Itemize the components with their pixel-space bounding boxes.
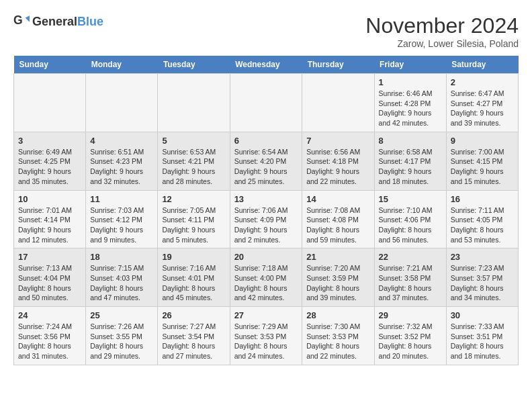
day-info: Sunrise: 7:15 AM Sunset: 4:03 PM Dayligh… xyxy=(90,263,153,303)
calendar-cell: 16Sunrise: 7:11 AM Sunset: 4:05 PM Dayli… xyxy=(446,190,518,248)
day-number: 10 xyxy=(18,194,81,204)
day-number: 9 xyxy=(451,136,514,146)
day-info: Sunrise: 6:56 AM Sunset: 4:18 PM Dayligh… xyxy=(306,147,369,187)
calendar-cell: 2Sunrise: 6:47 AM Sunset: 4:27 PM Daylig… xyxy=(446,74,518,132)
logo-general: General xyxy=(32,15,77,28)
calendar-cell: 15Sunrise: 7:10 AM Sunset: 4:06 PM Dayli… xyxy=(374,190,446,248)
day-number: 12 xyxy=(162,194,225,204)
day-number: 15 xyxy=(379,194,442,204)
header-cell-sunday: Sunday xyxy=(14,56,86,74)
svg-text:G: G xyxy=(13,13,23,27)
calendar-cell: 29Sunrise: 7:32 AM Sunset: 3:52 PM Dayli… xyxy=(374,307,446,365)
calendar-cell: 21Sunrise: 7:20 AM Sunset: 3:59 PM Dayli… xyxy=(302,248,374,307)
day-number: 13 xyxy=(234,194,298,204)
calendar-cell: 28Sunrise: 7:30 AM Sunset: 3:53 PM Dayli… xyxy=(302,307,374,365)
header-cell-thursday: Thursday xyxy=(302,56,374,74)
day-number: 24 xyxy=(18,310,81,320)
day-number: 1 xyxy=(379,77,442,87)
day-info: Sunrise: 7:29 AM Sunset: 3:53 PM Dayligh… xyxy=(234,322,298,361)
day-info: Sunrise: 6:53 AM Sunset: 4:21 PM Dayligh… xyxy=(162,147,225,187)
day-number: 26 xyxy=(162,310,225,320)
logo: G GeneralBlue xyxy=(13,13,103,30)
day-info: Sunrise: 6:54 AM Sunset: 4:20 PM Dayligh… xyxy=(234,147,298,187)
day-info: Sunrise: 6:46 AM Sunset: 4:28 PM Dayligh… xyxy=(379,89,442,128)
calendar-cell: 30Sunrise: 7:33 AM Sunset: 3:51 PM Dayli… xyxy=(446,307,518,365)
day-number: 3 xyxy=(18,136,81,146)
header-cell-friday: Friday xyxy=(374,56,446,74)
calendar-header: SundayMondayTuesdayWednesdayThursdayFrid… xyxy=(14,56,519,74)
calendar-cell xyxy=(230,74,302,132)
day-number: 23 xyxy=(451,252,514,262)
calendar-cell: 18Sunrise: 7:15 AM Sunset: 4:03 PM Dayli… xyxy=(86,248,158,307)
day-info: Sunrise: 7:03 AM Sunset: 4:12 PM Dayligh… xyxy=(90,205,153,245)
month-title: November 2024 xyxy=(365,13,519,38)
calendar-cell: 27Sunrise: 7:29 AM Sunset: 3:53 PM Dayli… xyxy=(230,307,302,365)
calendar-cell xyxy=(302,74,374,132)
day-number: 6 xyxy=(234,136,298,146)
day-info: Sunrise: 6:49 AM Sunset: 4:25 PM Dayligh… xyxy=(18,147,81,187)
calendar-cell: 22Sunrise: 7:21 AM Sunset: 3:58 PM Dayli… xyxy=(374,248,446,307)
calendar-cell: 9Sunrise: 7:00 AM Sunset: 4:15 PM Daylig… xyxy=(446,132,518,190)
calendar-table: SundayMondayTuesdayWednesdayThursdayFrid… xyxy=(13,56,519,365)
day-number: 19 xyxy=(162,252,225,262)
day-info: Sunrise: 7:27 AM Sunset: 3:54 PM Dayligh… xyxy=(162,322,225,361)
day-info: Sunrise: 6:51 AM Sunset: 4:23 PM Dayligh… xyxy=(90,147,153,187)
day-number: 29 xyxy=(379,310,442,320)
day-number: 7 xyxy=(306,136,369,146)
day-info: Sunrise: 7:01 AM Sunset: 4:14 PM Dayligh… xyxy=(18,205,81,245)
calendar-cell: 7Sunrise: 6:56 AM Sunset: 4:18 PM Daylig… xyxy=(302,132,374,190)
day-number: 27 xyxy=(234,310,298,320)
calendar-cell: 11Sunrise: 7:03 AM Sunset: 4:12 PM Dayli… xyxy=(86,190,158,248)
day-number: 22 xyxy=(379,252,442,262)
calendar-cell: 8Sunrise: 6:58 AM Sunset: 4:17 PM Daylig… xyxy=(374,132,446,190)
calendar-cell: 25Sunrise: 7:26 AM Sunset: 3:55 PM Dayli… xyxy=(86,307,158,365)
day-number: 20 xyxy=(234,252,298,262)
location-title: Zarow, Lower Silesia, Poland xyxy=(365,38,519,49)
week-row-3: 10Sunrise: 7:01 AM Sunset: 4:14 PM Dayli… xyxy=(14,190,519,248)
day-info: Sunrise: 7:13 AM Sunset: 4:04 PM Dayligh… xyxy=(18,263,81,303)
day-info: Sunrise: 7:24 AM Sunset: 3:56 PM Dayligh… xyxy=(18,322,81,361)
day-info: Sunrise: 7:30 AM Sunset: 3:53 PM Dayligh… xyxy=(306,322,369,361)
week-row-4: 17Sunrise: 7:13 AM Sunset: 4:04 PM Dayli… xyxy=(14,248,519,307)
calendar-cell xyxy=(158,74,230,132)
day-number: 14 xyxy=(306,194,369,204)
calendar-cell: 1Sunrise: 6:46 AM Sunset: 4:28 PM Daylig… xyxy=(374,74,446,132)
calendar-cell: 5Sunrise: 6:53 AM Sunset: 4:21 PM Daylig… xyxy=(158,132,230,190)
day-info: Sunrise: 7:06 AM Sunset: 4:09 PM Dayligh… xyxy=(234,205,298,245)
day-info: Sunrise: 7:16 AM Sunset: 4:01 PM Dayligh… xyxy=(162,263,225,303)
header: G GeneralBlue November 2024 Zarow, Lower… xyxy=(13,13,519,49)
calendar-cell: 14Sunrise: 7:08 AM Sunset: 4:08 PM Dayli… xyxy=(302,190,374,248)
day-info: Sunrise: 6:58 AM Sunset: 4:17 PM Dayligh… xyxy=(379,147,442,187)
logo-blue: Blue xyxy=(77,15,103,28)
calendar-cell: 6Sunrise: 6:54 AM Sunset: 4:20 PM Daylig… xyxy=(230,132,302,190)
calendar-cell: 19Sunrise: 7:16 AM Sunset: 4:01 PM Dayli… xyxy=(158,248,230,307)
calendar-cell: 13Sunrise: 7:06 AM Sunset: 4:09 PM Dayli… xyxy=(230,190,302,248)
day-info: Sunrise: 7:05 AM Sunset: 4:11 PM Dayligh… xyxy=(162,205,225,245)
day-number: 17 xyxy=(18,252,81,262)
svg-marker-1 xyxy=(26,15,30,22)
calendar-cell: 12Sunrise: 7:05 AM Sunset: 4:11 PM Dayli… xyxy=(158,190,230,248)
day-number: 11 xyxy=(90,194,153,204)
day-number: 28 xyxy=(306,310,369,320)
header-row: SundayMondayTuesdayWednesdayThursdayFrid… xyxy=(14,56,519,74)
calendar-cell: 17Sunrise: 7:13 AM Sunset: 4:04 PM Dayli… xyxy=(14,248,86,307)
week-row-5: 24Sunrise: 7:24 AM Sunset: 3:56 PM Dayli… xyxy=(14,307,519,365)
day-info: Sunrise: 7:10 AM Sunset: 4:06 PM Dayligh… xyxy=(379,205,442,245)
day-info: Sunrise: 7:21 AM Sunset: 3:58 PM Dayligh… xyxy=(379,263,442,303)
header-cell-saturday: Saturday xyxy=(446,56,518,74)
day-info: Sunrise: 7:32 AM Sunset: 3:52 PM Dayligh… xyxy=(379,322,442,361)
calendar-cell: 10Sunrise: 7:01 AM Sunset: 4:14 PM Dayli… xyxy=(14,190,86,248)
day-number: 18 xyxy=(90,252,153,262)
calendar-cell: 4Sunrise: 6:51 AM Sunset: 4:23 PM Daylig… xyxy=(86,132,158,190)
calendar-cell xyxy=(14,74,86,132)
header-cell-monday: Monday xyxy=(86,56,158,74)
day-info: Sunrise: 7:23 AM Sunset: 3:57 PM Dayligh… xyxy=(451,263,514,303)
day-number: 2 xyxy=(451,77,514,87)
week-row-2: 3Sunrise: 6:49 AM Sunset: 4:25 PM Daylig… xyxy=(14,132,519,190)
day-info: Sunrise: 7:26 AM Sunset: 3:55 PM Dayligh… xyxy=(90,322,153,361)
header-cell-wednesday: Wednesday xyxy=(230,56,302,74)
day-number: 30 xyxy=(451,310,514,320)
day-info: Sunrise: 6:47 AM Sunset: 4:27 PM Dayligh… xyxy=(451,89,514,128)
calendar-cell: 3Sunrise: 6:49 AM Sunset: 4:25 PM Daylig… xyxy=(14,132,86,190)
day-info: Sunrise: 7:33 AM Sunset: 3:51 PM Dayligh… xyxy=(451,322,514,361)
